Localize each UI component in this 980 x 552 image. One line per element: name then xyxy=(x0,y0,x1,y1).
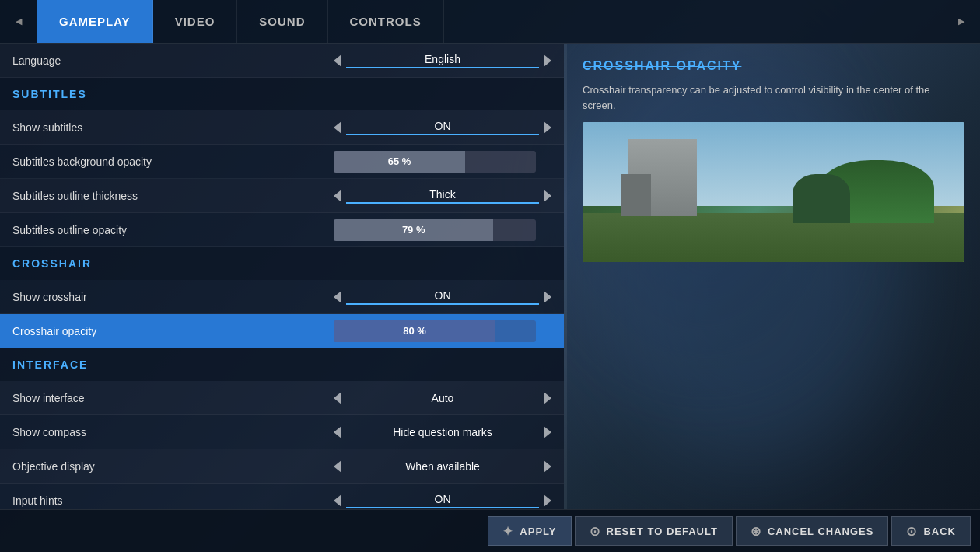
show-subtitles-row[interactable]: Show subtitles ON xyxy=(0,110,564,145)
show-compass-control[interactable]: Hide question marks xyxy=(334,426,551,438)
language-right-arrow[interactable] xyxy=(544,54,551,67)
subtitles-outline-opacity-row[interactable]: Subtitles outline opacity 79 % xyxy=(0,213,564,247)
objective-display-value: When available xyxy=(346,460,539,473)
input-hints-row[interactable]: Input hints ON xyxy=(0,484,564,509)
objective-display-right-arrow[interactable] xyxy=(544,460,551,473)
subtitles-outline-opacity-slider[interactable]: 79 % xyxy=(334,219,551,241)
show-interface-value: Auto xyxy=(346,392,539,404)
subtitles-bg-opacity-fill: 65 % xyxy=(334,151,465,173)
interface-section-header: INTERFACE xyxy=(0,348,564,381)
subtitles-outline-thickness-row[interactable]: Subtitles outline thickness Thick xyxy=(0,179,564,213)
input-hints-value: ON xyxy=(346,493,539,508)
info-description: Crosshair transparency can be adjusted t… xyxy=(583,82,964,113)
cancel-icon: ⊛ xyxy=(751,524,761,539)
reset-icon: ⊙ xyxy=(590,524,600,539)
subtitles-outline-thickness-control[interactable]: Thick xyxy=(334,188,551,204)
crosshair-opacity-slider[interactable]: 80 % xyxy=(334,320,551,342)
apply-button[interactable]: ✦ APPLY xyxy=(488,516,571,546)
settings-panel: Language English SUBTITLES Show subtitle… xyxy=(0,44,564,509)
objective-display-left-arrow[interactable] xyxy=(334,460,341,473)
preview-image xyxy=(583,122,964,262)
language-left-arrow[interactable] xyxy=(334,54,341,67)
subtitles-bg-opacity-slider[interactable]: 65 % xyxy=(334,151,551,173)
top-nav: ◀ GAMEPLAY VIDEO SOUND CONTROLS ▶ xyxy=(0,0,980,44)
language-row[interactable]: Language English xyxy=(0,44,564,78)
subtitles-outline-thickness-right-arrow[interactable] xyxy=(544,190,551,202)
show-interface-control[interactable]: Auto xyxy=(334,392,551,404)
nav-icon-right: ▶ xyxy=(943,0,980,43)
show-interface-row[interactable]: Show interface Auto xyxy=(0,381,564,415)
tab-video[interactable]: VIDEO xyxy=(153,0,238,43)
back-button[interactable]: ⊙ BACK xyxy=(891,516,971,546)
show-interface-right-arrow[interactable] xyxy=(544,392,551,404)
show-subtitles-control[interactable]: ON xyxy=(334,120,551,135)
subtitles-outline-opacity-fill: 79 % xyxy=(334,219,493,241)
cancel-changes-button[interactable]: ⊛ CANCEL CHANGES xyxy=(736,516,889,546)
objective-display-control[interactable]: When available xyxy=(334,460,551,473)
crosshair-opacity-row[interactable]: Crosshair opacity 80 % xyxy=(0,314,564,348)
input-hints-control[interactable]: ON xyxy=(334,493,551,508)
tab-gameplay[interactable]: GAMEPLAY xyxy=(37,0,153,43)
show-interface-left-arrow[interactable] xyxy=(334,392,341,404)
crosshair-opacity-track[interactable]: 80 % xyxy=(334,320,536,342)
input-hints-left-arrow[interactable] xyxy=(334,494,341,507)
show-subtitles-value: ON xyxy=(346,120,539,135)
show-crosshair-control[interactable]: ON xyxy=(334,289,551,305)
show-compass-left-arrow[interactable] xyxy=(334,426,341,438)
preview-building-2 xyxy=(621,174,651,216)
back-icon: ⊙ xyxy=(906,524,917,539)
show-subtitles-left-arrow[interactable] xyxy=(334,121,341,134)
show-subtitles-right-arrow[interactable] xyxy=(544,121,551,134)
info-panel: CROSSHAIR OPACITY Crosshair transparency… xyxy=(567,44,980,509)
subtitles-outline-thickness-value: Thick xyxy=(346,188,539,204)
show-crosshair-right-arrow[interactable] xyxy=(544,291,551,303)
info-title: CROSSHAIR OPACITY xyxy=(583,59,964,73)
reset-to-default-button[interactable]: ⊙ RESET TO DEFAULT xyxy=(575,516,733,546)
show-crosshair-value: ON xyxy=(346,289,539,305)
show-compass-right-arrow[interactable] xyxy=(544,426,551,438)
input-hints-right-arrow[interactable] xyxy=(544,494,551,507)
subtitles-outline-thickness-left-arrow[interactable] xyxy=(334,190,341,202)
subtitles-section-header: SUBTITLES xyxy=(0,78,564,110)
show-compass-row[interactable]: Show compass Hide question marks xyxy=(0,415,564,449)
tab-controls[interactable]: CONTROLS xyxy=(328,0,444,43)
crosshair-section-header: CROSSHAIR xyxy=(0,247,564,280)
nav-icon-left: ◀ xyxy=(0,0,37,43)
preview-trees-2 xyxy=(793,174,850,223)
tab-sound[interactable]: SOUND xyxy=(237,0,327,43)
subtitles-bg-opacity-track[interactable]: 65 % xyxy=(334,151,536,173)
language-value: English xyxy=(346,53,539,68)
show-crosshair-row[interactable]: Show crosshair ON xyxy=(0,280,564,314)
subtitles-bg-opacity-row[interactable]: Subtitles background opacity 65 % xyxy=(0,145,564,179)
objective-display-row[interactable]: Objective display When available xyxy=(0,449,564,484)
apply-icon: ✦ xyxy=(502,524,513,539)
language-control[interactable]: English xyxy=(334,53,551,68)
bottom-bar: ✦ APPLY ⊙ RESET TO DEFAULT ⊛ CANCEL CHAN… xyxy=(0,509,980,552)
show-crosshair-left-arrow[interactable] xyxy=(334,291,341,303)
show-compass-value: Hide question marks xyxy=(346,426,539,438)
crosshair-opacity-fill: 80 % xyxy=(334,320,495,342)
subtitles-outline-opacity-track[interactable]: 79 % xyxy=(334,219,536,241)
